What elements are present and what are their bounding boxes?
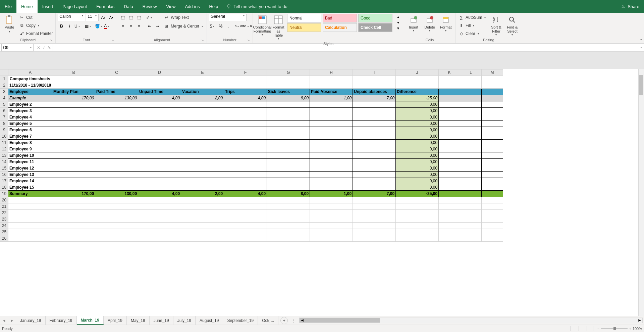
cell[interactable]	[224, 121, 267, 127]
cell[interactable]	[181, 140, 224, 146]
cell[interactable]	[138, 216, 181, 223]
cell[interactable]	[224, 229, 267, 235]
cell[interactable]	[460, 76, 482, 82]
cell[interactable]: Employee 8	[8, 140, 52, 146]
cell[interactable]	[224, 184, 267, 191]
comma-format-icon[interactable]: ,	[225, 22, 232, 30]
normal-view-icon[interactable]	[571, 326, 577, 331]
cell[interactable]	[181, 229, 224, 235]
cell[interactable]: -25,00	[396, 95, 439, 101]
cell[interactable]	[310, 229, 353, 235]
align-top-icon[interactable]: ⬚	[119, 14, 126, 21]
cell[interactable]	[353, 152, 396, 159]
cell[interactable]	[138, 146, 181, 152]
tell-me[interactable]: Tell me what you want to do	[223, 4, 290, 9]
copy-button[interactable]: ⧉Copy ▾	[18, 22, 53, 29]
cell[interactable]	[353, 229, 396, 235]
cell[interactable]	[439, 140, 460, 146]
cell[interactable]	[267, 76, 310, 82]
share-button[interactable]: Share	[621, 4, 639, 9]
cell[interactable]	[460, 140, 482, 146]
cell[interactable]	[224, 114, 267, 121]
row-header[interactable]: 12	[0, 146, 8, 152]
cell[interactable]	[95, 178, 138, 184]
expand-formula-icon[interactable]: ⌄	[640, 45, 643, 49]
menu-tab-add-ins[interactable]: Add-ins	[180, 0, 204, 13]
menu-tab-view[interactable]: View	[161, 0, 180, 13]
row-header[interactable]: 25	[0, 229, 8, 235]
cell[interactable]	[310, 121, 353, 127]
cell[interactable]	[138, 152, 181, 159]
cell[interactable]	[482, 229, 503, 235]
cell[interactable]	[460, 82, 482, 89]
cell[interactable]	[267, 203, 310, 210]
row-header[interactable]: 21	[0, 203, 8, 210]
cell-header[interactable]: Trips	[224, 89, 267, 95]
cell[interactable]: 0,00	[396, 165, 439, 172]
cell[interactable]	[224, 216, 267, 223]
cell[interactable]	[482, 127, 503, 133]
collapse-ribbon-icon[interactable]: ⌃	[640, 38, 643, 43]
cell[interactable]	[138, 197, 181, 203]
cell[interactable]	[353, 121, 396, 127]
cell[interactable]	[181, 165, 224, 172]
cell[interactable]: 8,00	[267, 95, 310, 101]
cell[interactable]	[482, 223, 503, 229]
column-header[interactable]: G	[267, 69, 310, 76]
cell[interactable]	[95, 165, 138, 172]
cell[interactable]	[310, 172, 353, 178]
cell[interactable]	[460, 95, 482, 101]
cell[interactable]	[482, 133, 503, 140]
column-header[interactable]: E	[181, 69, 224, 76]
cell[interactable]	[181, 152, 224, 159]
italic-button[interactable]: I	[66, 22, 73, 30]
cell[interactable]	[52, 108, 95, 114]
column-header[interactable]: A	[8, 69, 52, 76]
cell[interactable]	[267, 210, 310, 216]
cell[interactable]	[267, 216, 310, 223]
cell[interactable]	[95, 121, 138, 127]
row-header[interactable]: 4	[0, 95, 8, 101]
cell[interactable]	[52, 229, 95, 235]
cell[interactable]	[52, 197, 95, 203]
cell[interactable]	[396, 223, 439, 229]
cell[interactable]	[181, 223, 224, 229]
cell[interactable]: Example	[8, 95, 52, 101]
cell[interactable]	[482, 95, 503, 101]
cell[interactable]	[460, 178, 482, 184]
cell[interactable]	[95, 159, 138, 165]
cell[interactable]	[181, 121, 224, 127]
cell-header[interactable]: Monthly Plan	[52, 89, 95, 95]
menu-tab-review[interactable]: Review	[138, 0, 162, 13]
cell[interactable]	[396, 197, 439, 203]
cell[interactable]	[224, 101, 267, 108]
cell[interactable]	[181, 133, 224, 140]
cell-header[interactable]: Vacation	[181, 89, 224, 95]
find-select-button[interactable]: Find & Select▾	[505, 14, 520, 37]
cell[interactable]: 4,00	[138, 95, 181, 101]
cell[interactable]	[267, 146, 310, 152]
increase-indent-icon[interactable]: ⇥	[154, 22, 161, 30]
cell[interactable]	[138, 108, 181, 114]
row-header[interactable]: 7	[0, 114, 8, 121]
cell[interactable]	[460, 146, 482, 152]
cell[interactable]	[310, 178, 353, 184]
cell[interactable]	[460, 108, 482, 114]
cell[interactable]	[353, 159, 396, 165]
cell-header[interactable]: Unpaid absences	[353, 89, 396, 95]
cell[interactable]	[439, 178, 460, 184]
cell[interactable]	[181, 114, 224, 121]
insert-cells-button[interactable]: Insert▾	[406, 14, 421, 33]
cell[interactable]	[310, 76, 353, 82]
cell[interactable]	[267, 140, 310, 146]
sheet-nav-next-icon[interactable]: ►	[8, 318, 16, 323]
cell[interactable]	[482, 197, 503, 203]
cell[interactable]	[224, 146, 267, 152]
cell[interactable]	[138, 114, 181, 121]
cell[interactable]	[353, 184, 396, 191]
cell[interactable]: 11/1/2018 - 11/30/2018	[8, 82, 52, 89]
cell[interactable]: Employee 3	[8, 108, 52, 114]
cell[interactable]	[267, 184, 310, 191]
row-header[interactable]: 16	[0, 172, 8, 178]
cell[interactable]	[439, 197, 460, 203]
